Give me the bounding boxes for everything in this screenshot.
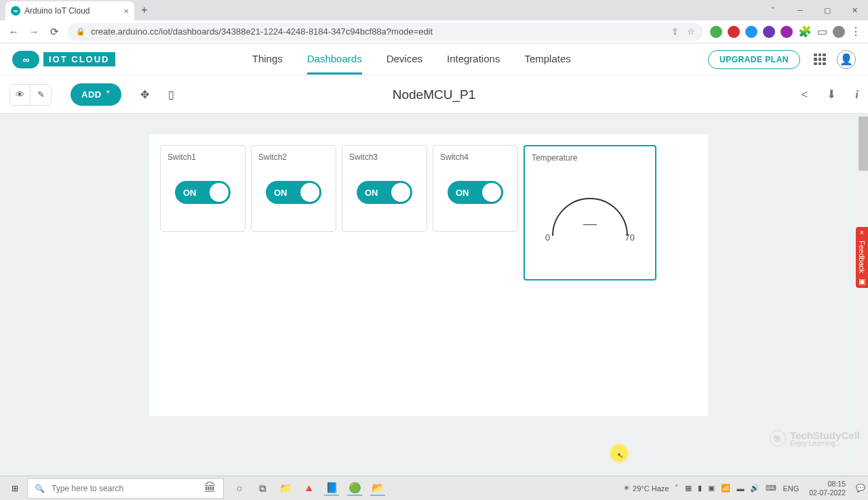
task-view-icon[interactable]: ⧉ xyxy=(255,481,270,496)
browser-menu-icon[interactable]: ⋮ xyxy=(850,25,861,38)
weather-widget[interactable]: ☀ 29°C Haze xyxy=(623,484,669,493)
extension-icon[interactable] xyxy=(781,26,793,38)
tray-icon[interactable]: ▦ xyxy=(685,484,692,493)
watermark-icon: 🐘 xyxy=(770,430,786,446)
arduino-favicon: ∞ xyxy=(11,6,20,16)
profile-avatar[interactable] xyxy=(833,26,845,38)
user-avatar[interactable]: 👤 xyxy=(837,50,856,69)
edit-mode-button[interactable]: ✎ xyxy=(31,85,51,105)
app-header: ∞ IOT CLOUD Things Dashboards Devices In… xyxy=(0,43,868,76)
nav-devices[interactable]: Devices xyxy=(387,53,422,75)
extension-icon[interactable] xyxy=(745,26,757,38)
toggle-knob xyxy=(391,183,410,202)
new-tab-button[interactable]: + xyxy=(141,4,147,16)
minimize-button[interactable]: ─ xyxy=(787,0,814,20)
tray-expand-icon[interactable]: ˄ xyxy=(675,484,679,493)
start-button[interactable]: ⊞ xyxy=(3,478,27,499)
scroll-thumb[interactable] xyxy=(859,117,868,171)
device-icon[interactable]: ▯ xyxy=(168,88,174,101)
share-icon[interactable]: ⇧ xyxy=(671,26,679,37)
address-bar[interactable]: 🔒 create.arduino.cc/iot/dashboards/34388… xyxy=(68,23,703,41)
apps-grid-icon[interactable] xyxy=(814,54,826,66)
folder-icon[interactable]: 📂 xyxy=(370,481,385,496)
clock-date: 02-07-2022 xyxy=(809,488,846,497)
switch-widget[interactable]: Switch2 ON xyxy=(251,145,336,232)
top-nav: Things Dashboards Devices Integrations T… xyxy=(252,45,571,75)
app-icon[interactable]: 📘 xyxy=(324,481,339,496)
notifications-icon[interactable]: 💬 xyxy=(856,484,865,493)
wifi-icon[interactable]: 📶 xyxy=(721,484,730,493)
toggle-switch[interactable]: ON xyxy=(266,181,321,204)
add-widget-button[interactable]: ADD ˅ xyxy=(71,83,121,106)
battery-icon[interactable]: ▬ xyxy=(736,484,744,493)
ime-icon[interactable]: ⌨ xyxy=(766,484,776,493)
toggle-switch[interactable]: ON xyxy=(448,181,503,204)
reload-button[interactable]: ⟳ xyxy=(47,26,61,38)
widgets-container: Switch1 ON Switch2 ON Switch3 ON Switch4… xyxy=(149,134,708,416)
nav-things[interactable]: Things xyxy=(252,53,283,75)
download-icon[interactable]: ⬇ xyxy=(827,87,836,102)
extension-icon[interactable] xyxy=(710,26,722,38)
switch-widget[interactable]: Switch3 ON xyxy=(342,145,427,232)
arduino-logo-icon: ∞ xyxy=(12,51,39,68)
language-indicator[interactable]: ENG xyxy=(783,484,799,493)
switch-widget[interactable]: Switch1 ON xyxy=(160,145,245,232)
maximize-button[interactable]: ▢ xyxy=(814,0,841,20)
nav-dashboards[interactable]: Dashboards xyxy=(307,53,362,75)
back-button[interactable]: ← xyxy=(7,26,20,37)
temperature-widget[interactable]: Temperature –– 0 70 xyxy=(524,145,656,280)
tray-icon[interactable]: ▮ xyxy=(698,484,702,493)
widget-title: Switch4 xyxy=(440,152,511,162)
cursor-icon: ↖ xyxy=(617,451,623,460)
tray-icon[interactable]: ▣ xyxy=(708,484,715,493)
reading-list-icon[interactable]: ▭ xyxy=(817,25,827,38)
info-icon[interactable]: i xyxy=(855,88,859,102)
browser-toolbar: ← → ⟳ 🔒 create.arduino.cc/iot/dashboards… xyxy=(0,20,868,43)
toggle-switch[interactable]: ON xyxy=(357,181,412,204)
url-text: create.arduino.cc/iot/dashboards/34388e2… xyxy=(91,26,433,37)
gauge-max: 70 xyxy=(625,232,635,243)
widget-title: Switch1 xyxy=(167,152,238,162)
nav-integrations[interactable]: Integrations xyxy=(447,53,500,75)
chrome-icon[interactable]: 🟢 xyxy=(347,481,362,496)
move-icon[interactable]: ✥ xyxy=(140,88,149,101)
vertical-scrollbar[interactable] xyxy=(859,114,868,476)
file-explorer-icon[interactable]: 📁 xyxy=(278,481,293,496)
forward-button[interactable]: → xyxy=(27,26,41,37)
search-accent-icon: 🏛 xyxy=(204,481,216,495)
app-logo[interactable]: ∞ IOT CLOUD xyxy=(12,51,115,68)
search-icon: 🔍 xyxy=(35,484,45,493)
extension-icon[interactable] xyxy=(763,26,775,38)
dashboard-title[interactable]: NodeMCU_P1 xyxy=(393,87,476,102)
logo-label: IOT CLOUD xyxy=(43,52,115,66)
weather-icon: ☀ xyxy=(623,484,630,493)
toggle-switch[interactable]: ON xyxy=(175,181,231,204)
windows-taskbar: ⊞ 🔍 Type here to search 🏛 ○ ⧉ 📁 🔺 📘 🟢 📂 … xyxy=(0,476,868,500)
gauge: –– 0 70 xyxy=(542,182,637,243)
close-window-button[interactable]: ✕ xyxy=(841,0,868,20)
extension-icon[interactable] xyxy=(728,26,740,38)
upgrade-plan-button[interactable]: UPGRADE PLAN xyxy=(708,50,800,69)
widget-title: Switch3 xyxy=(349,152,420,162)
lock-icon: 🔒 xyxy=(76,27,85,36)
dashboard-canvas: Switch1 ON Switch2 ON Switch3 ON Switch4… xyxy=(0,114,868,476)
browser-tab[interactable]: ∞ Arduino IoT Cloud × xyxy=(5,1,134,20)
share-icon[interactable]: < xyxy=(801,88,808,102)
chevron-down-icon: ˅ xyxy=(106,89,111,100)
clock[interactable]: 08:15 02-07-2022 xyxy=(809,480,846,496)
gauge-min: 0 xyxy=(545,232,550,243)
watermark: 🐘 TechStudyCell Enjoy Learning... xyxy=(770,430,860,447)
extensions-menu-icon[interactable]: 🧩 xyxy=(798,25,812,38)
close-tab-icon[interactable]: × xyxy=(123,6,129,16)
bookmark-icon[interactable]: ☆ xyxy=(687,26,695,37)
view-mode-button[interactable]: 👁 xyxy=(10,85,31,105)
switch-widget[interactable]: Switch4 ON xyxy=(433,145,518,232)
feedback-tab[interactable]: Feedback xyxy=(856,227,868,288)
volume-icon[interactable]: 🔊 xyxy=(750,484,760,493)
toggle-label: ON xyxy=(274,188,288,198)
chevron-down-icon[interactable]: ˅ xyxy=(760,0,787,20)
cortana-icon[interactable]: ○ xyxy=(232,481,247,496)
nav-templates[interactable]: Templates xyxy=(524,53,570,75)
vlc-icon[interactable]: 🔺 xyxy=(301,481,316,496)
taskbar-search[interactable]: 🔍 Type here to search 🏛 xyxy=(27,478,224,499)
